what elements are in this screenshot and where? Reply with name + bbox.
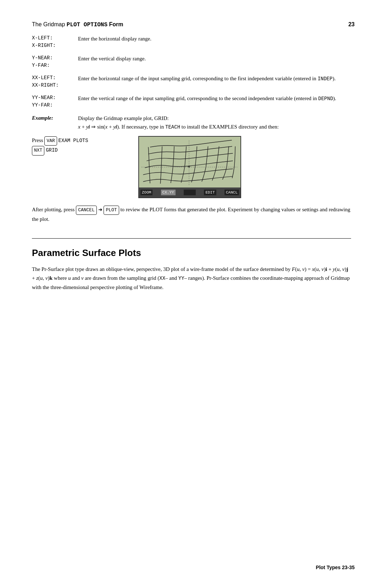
def-term-xleft: X-LEFT:X-RIGHT: [32,34,78,49]
calc-screen-inner: + [139,137,240,187]
var-key[interactable]: VAR [44,136,57,146]
edit-button[interactable]: EDIT [204,190,216,195]
gridmap-plot-svg: + [139,137,240,187]
def-row-example: Example: Display the Gridmap example plo… [32,114,351,131]
def-desc-yynear: Enter the vertical range of the input sa… [78,94,351,103]
def-row-xleft: X-LEFT:X-RIGHT: Enter the horizontal dis… [32,34,351,49]
after-plot-text: After plotting, press CANCEL ➜ PLOT to r… [32,205,351,224]
def-desc-xleft: Enter the horizontal display range. [78,34,351,43]
cancl-button[interactable]: CANCL [224,190,239,195]
def-row-ynear: Y-NEAR:Y-FAR: Enter the vertical display… [32,54,351,69]
def-desc-xxleft: Enter the horizontal range of the input … [78,74,351,83]
plot-key[interactable]: PLOT [104,206,119,215]
gridmap-section-heading: The Gridmap PLOT OPTIONS Form [32,21,351,28]
def-term-xxleft: XX-LEFT:XX-RIGHT: [32,74,78,89]
svg-text:+: + [188,164,190,170]
def-term-yynear: YY-NEAR:YY-FAR: [32,94,78,109]
calc-screen-bar: ZOOM CX.YY EDIT CANCL [139,187,240,197]
calculator-screen: + ZOOM CX.YY EDIT CANCL [138,136,241,198]
nxt-key[interactable]: NXT [32,146,44,155]
arrow-icon: ➜ [98,206,102,214]
def-row-yynear: YY-NEAR:YY-FAR: Enter the vertical range… [32,94,351,109]
definition-table: X-LEFT:X-RIGHT: Enter the horizontal dis… [32,34,351,131]
def-desc-example: Display the Gridmap example plot, GRID: … [78,114,351,131]
page-number-top: 23 [348,21,355,28]
def-row-xxleft: XX-LEFT:XX-RIGHT: Enter the horizontal r… [32,74,351,89]
parametric-section-title: Parametric Surface Plots [32,247,351,258]
cxxy-button[interactable]: CX.YY [161,190,176,195]
section-divider [32,238,351,239]
page-footer: Plot Types 23-35 [316,565,355,570]
press-text: Press VAR EXAM PLOTS NXT GRID [32,136,124,155]
def-term-ynear: Y-NEAR:Y-FAR: [32,54,78,69]
def-term-example: Example: [32,114,78,122]
zoom-button[interactable]: ZOOM [140,190,152,195]
press-section: Press VAR EXAM PLOTS NXT GRID [32,136,351,198]
parametric-body: The Pr-Surface plot type draws an obliqu… [32,265,351,292]
cancel-key[interactable]: CANCEL [76,206,97,215]
def-desc-ynear: Enter the vertical display range. [78,54,351,63]
empty-button [184,190,196,195]
svg-rect-0 [140,137,240,187]
